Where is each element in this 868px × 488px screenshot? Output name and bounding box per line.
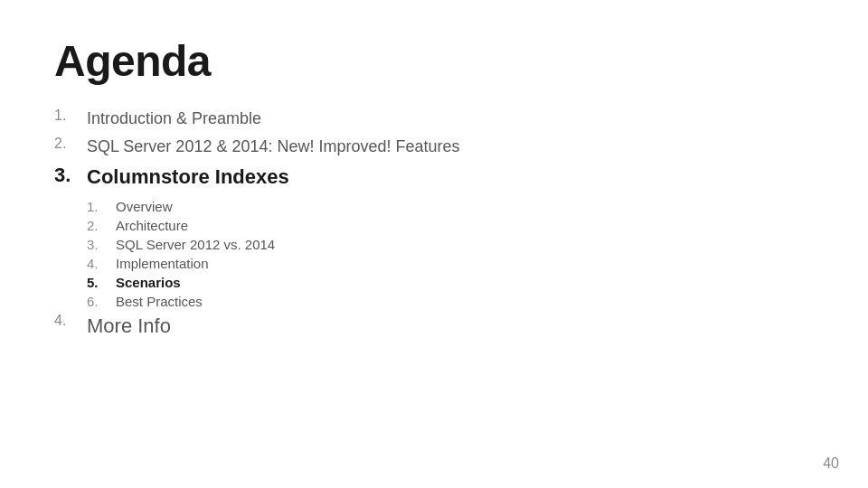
sub-item-5-num: 5. xyxy=(87,275,116,290)
agenda-item-4-num: 4. xyxy=(54,313,87,329)
agenda-item-3-text: Columnstore Indexes xyxy=(87,164,289,192)
sub-item-4-num: 4. xyxy=(87,256,116,271)
agenda-item-1-text: Introduction & Preamble xyxy=(87,108,261,130)
agenda-item-3: 3. Columnstore Indexes xyxy=(54,164,814,192)
sub-item-4-text: Implementation xyxy=(116,256,209,271)
sub-list: 1. Overview 2. Architecture 3. SQL Serve… xyxy=(54,199,814,309)
slide-title: Agenda xyxy=(54,36,814,86)
agenda-item-3-num: 3. xyxy=(54,164,87,187)
sub-item-1-text: Overview xyxy=(116,199,173,214)
agenda-item-2-num: 2. xyxy=(54,136,87,152)
sub-item-2: 2. Architecture xyxy=(54,218,814,233)
sub-item-6-num: 6. xyxy=(87,294,116,309)
sub-item-6: 6. Best Practices xyxy=(54,294,814,309)
sub-item-3-text: SQL Server 2012 vs. 2014 xyxy=(116,237,275,252)
agenda-item-1-num: 1. xyxy=(54,108,87,124)
agenda-item-4: 4. More Info xyxy=(54,313,814,341)
sub-item-5: 5. Scenarios xyxy=(54,275,814,290)
slide: Agenda 1. Introduction & Preamble 2. SQL… xyxy=(0,0,868,488)
sub-item-4: 4. Implementation xyxy=(54,256,814,271)
sub-item-3: 3. SQL Server 2012 vs. 2014 xyxy=(54,237,814,252)
page-number: 40 xyxy=(823,455,839,472)
agenda-list: 1. Introduction & Preamble 2. SQL Server… xyxy=(54,108,814,341)
sub-item-1: 1. Overview xyxy=(54,199,814,214)
agenda-item-2-text: SQL Server 2012 & 2014: New! Improved! F… xyxy=(87,136,460,158)
sub-item-5-text: Scenarios xyxy=(116,275,181,290)
sub-item-6-text: Best Practices xyxy=(116,294,203,309)
sub-item-3-num: 3. xyxy=(87,237,116,252)
sub-item-2-num: 2. xyxy=(87,218,116,233)
sub-item-2-text: Architecture xyxy=(116,218,188,233)
agenda-item-1: 1. Introduction & Preamble xyxy=(54,108,814,130)
agenda-item-2: 2. SQL Server 2012 & 2014: New! Improved… xyxy=(54,136,814,158)
agenda-item-4-text: More Info xyxy=(87,313,171,341)
agenda-sub-list-container: 1. Overview 2. Architecture 3. SQL Serve… xyxy=(54,199,814,309)
sub-item-1-num: 1. xyxy=(87,199,116,214)
